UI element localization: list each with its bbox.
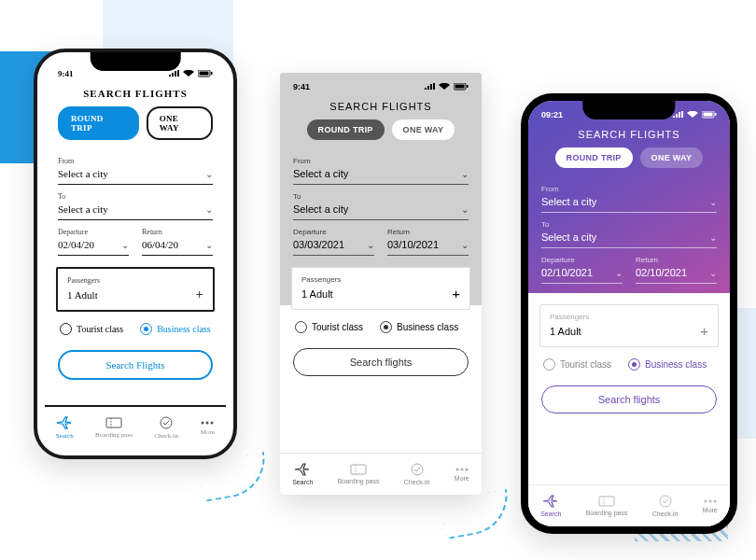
tabbar-search[interactable]: Search <box>540 495 561 517</box>
tab-one-way[interactable]: ONE WAY <box>640 147 704 168</box>
return-field[interactable]: 06/04/20 ⌄ <box>142 236 213 256</box>
tab-one-way[interactable]: ONE WAY <box>392 119 455 140</box>
radio-tourist-label: Tourist class <box>77 324 123 334</box>
tabbar-checkin[interactable]: Check-in <box>652 495 679 517</box>
radio-tourist[interactable]: Tourist class <box>295 321 363 333</box>
departure-value: 03/03/2021 <box>293 239 344 250</box>
ticket-icon <box>598 496 615 507</box>
tabbar-more[interactable]: More <box>703 498 718 513</box>
battery-icon <box>702 111 717 119</box>
from-field[interactable]: Select a city ⌄ <box>293 165 469 185</box>
tabbar-search[interactable]: Search <box>292 463 313 485</box>
wifi-icon <box>439 83 450 91</box>
radio-tourist[interactable]: Tourist class <box>60 323 123 335</box>
from-field[interactable]: Select a city ⌄ <box>541 193 717 213</box>
more-icon <box>200 420 215 426</box>
to-field[interactable]: Select a city ⌄ <box>541 229 717 248</box>
svg-point-23 <box>660 496 671 507</box>
tabbar-more[interactable]: More <box>455 467 469 482</box>
wifi-icon <box>687 111 698 119</box>
svg-point-16 <box>460 469 463 471</box>
check-circle-icon <box>411 463 424 476</box>
radio-tourist-label: Tourist class <box>312 322 363 332</box>
chevron-down-icon: ⌄ <box>205 204 213 215</box>
plus-icon[interactable]: + <box>452 286 460 301</box>
return-label: Return <box>142 228 213 236</box>
from-field[interactable]: Select a city ⌄ <box>58 165 213 185</box>
departure-field[interactable]: 02/10/2021 ⌄ <box>541 264 623 284</box>
radio-circle-icon <box>380 321 392 333</box>
chevron-down-icon: ⌄ <box>205 169 213 179</box>
departure-field[interactable]: 03/03/2021 ⌄ <box>293 236 374 256</box>
to-label: To <box>293 192 469 201</box>
tabbar-more-label: More <box>201 428 215 436</box>
tabbar-boarding[interactable]: Boarding pass <box>338 464 380 484</box>
svg-point-14 <box>412 464 423 475</box>
tabbar-search-label: Search <box>56 432 74 440</box>
search-button[interactable]: Search flights <box>293 348 469 376</box>
from-value: Select a city <box>541 196 596 207</box>
to-field[interactable]: Select a city ⌄ <box>58 201 213 220</box>
wifi-icon <box>183 70 194 77</box>
radio-business-label: Business class <box>645 359 707 370</box>
svg-rect-12 <box>351 465 366 474</box>
tabbar-boarding[interactable]: Boarding pass <box>586 496 628 516</box>
status-bar: 9:41 <box>280 73 482 97</box>
tabbar-search[interactable]: Search <box>56 416 74 440</box>
svg-point-7 <box>206 421 209 424</box>
tab-round-trip[interactable]: ROUND TRIP <box>307 119 385 140</box>
return-field[interactable]: 03/10/2021 ⌄ <box>387 236 469 256</box>
tab-one-way[interactable]: ONE WAY <box>147 106 213 140</box>
status-time: 09:21 <box>541 110 563 119</box>
passengers-label: Passengers <box>301 275 460 284</box>
passengers-value: 1 Adult <box>550 326 581 337</box>
departure-field[interactable]: 02/04/20 ⌄ <box>58 236 129 256</box>
tabbar-boarding[interactable]: Boarding pass <box>95 417 133 439</box>
radio-circle-icon <box>628 358 640 371</box>
svg-point-15 <box>455 469 458 471</box>
from-value: Select a city <box>58 168 108 179</box>
svg-point-5 <box>161 417 172 428</box>
radio-business[interactable]: Business class <box>628 358 707 371</box>
tabbar-more-label: More <box>703 507 718 513</box>
chevron-down-icon: ⌄ <box>367 240 374 250</box>
departure-label: Departure <box>58 228 129 236</box>
tabbar-checkin-label: Check-in <box>154 432 178 440</box>
notch <box>582 101 675 119</box>
passengers-value: 1 Adult <box>67 289 98 301</box>
svg-point-6 <box>202 421 204 424</box>
search-button[interactable]: Search flights <box>541 385 717 413</box>
tabbar-boarding-label: Boarding pass <box>338 478 380 484</box>
passengers-value: 1 Adult <box>301 288 333 300</box>
plus-icon[interactable]: + <box>196 287 203 302</box>
tab-bar: Search Boarding pass Check-in More <box>528 484 730 526</box>
radio-business[interactable]: Business class <box>140 323 211 335</box>
tabbar-checkin[interactable]: Check-in <box>404 463 430 485</box>
page-title: SEARCH FLIGHTS <box>528 125 730 147</box>
svg-rect-21 <box>599 497 614 506</box>
plane-icon <box>542 495 559 508</box>
search-button[interactable]: Search Flights <box>58 350 213 380</box>
passengers-card[interactable]: Passengers 1 Adult + <box>56 267 215 312</box>
radio-tourist[interactable]: Tourist class <box>543 358 611 371</box>
from-label: From <box>293 157 469 165</box>
signal-icon <box>169 70 179 77</box>
tabbar-checkin[interactable]: Check-in <box>154 416 178 440</box>
ticket-icon <box>105 417 122 428</box>
return-field[interactable]: 02/10/2021 ⌄ <box>636 264 717 284</box>
signal-icon <box>425 83 435 91</box>
svg-point-24 <box>704 500 707 503</box>
svg-rect-2 <box>211 72 213 75</box>
departure-label: Departure <box>541 256 623 264</box>
tab-bar: Search Boarding pass Check-in More <box>280 453 482 495</box>
tabbar-more[interactable]: More <box>200 420 215 436</box>
tab-round-trip[interactable]: ROUND TRIP <box>555 147 633 168</box>
to-field[interactable]: Select a city ⌄ <box>293 201 469 220</box>
battery-icon <box>454 83 469 91</box>
passengers-card[interactable]: Passengers 1 Adult + <box>291 267 470 310</box>
plus-icon[interactable]: + <box>700 323 708 339</box>
radio-business[interactable]: Business class <box>380 321 458 333</box>
passengers-card[interactable]: Passengers 1 Adult + <box>539 304 719 347</box>
status-time: 9:41 <box>293 82 310 91</box>
tab-round-trip[interactable]: ROUND TRIP <box>58 106 139 140</box>
